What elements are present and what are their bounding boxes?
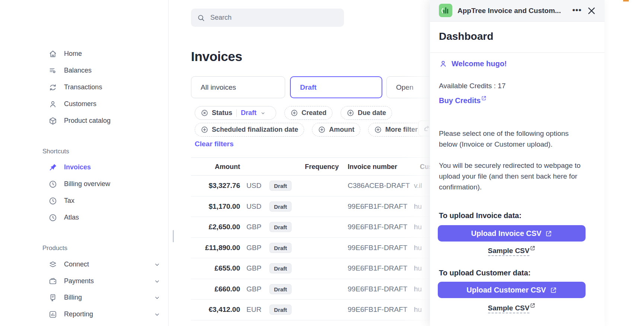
circle-plus-icon [318, 126, 326, 134]
table-header: Amount Frequency Invoice number Customer [191, 157, 452, 176]
external-link-icon [550, 287, 557, 294]
page-title: Invoices [191, 49, 242, 64]
sidebar-item-home[interactable]: Home [42, 45, 162, 62]
sidebar-item-reporting[interactable]: Reporting [42, 306, 162, 323]
invoice-number-cell: 99E6FB1F-DRAFT [348, 202, 407, 211]
clock-icon [48, 196, 57, 205]
available-credits: Available Credits : 17 [439, 82, 506, 90]
sidebar-item-billing-overview[interactable]: Billing overview [42, 176, 162, 192]
status-cell: Draft [270, 305, 291, 315]
clock-icon [48, 180, 57, 189]
tab-all-invoices[interactable]: All invoices [191, 76, 285, 98]
column-header-invoice-number: Invoice number [348, 163, 397, 170]
invoice-number-cell: C386ACEB-DRAFT [348, 182, 410, 190]
column-header-frequency: Frequency [303, 163, 339, 170]
search-icon [197, 14, 205, 22]
panel-notification-sliver [623, 0, 629, 1]
amount-cell: €3,412.00 [191, 306, 240, 314]
close-icon[interactable] [586, 6, 597, 16]
scrollbar-thumb[interactable] [173, 230, 174, 242]
sidebar-section-products: Products [42, 244, 67, 252]
sample-invoice-csv-wrap: Sample CSV [438, 245, 586, 256]
panel-instructions-2: You will be securely redirected to webpa… [439, 160, 588, 192]
user-icon [439, 60, 447, 68]
home-icon [48, 49, 57, 58]
chevron-down-icon [153, 261, 161, 268]
upload-invoice-csv-button[interactable]: Upload Invoice CSV [438, 225, 586, 242]
invoice-row[interactable]: £660.00 GBP Draft 99E6FB1F-DRAFT hu [191, 279, 452, 300]
invoice-row[interactable]: £655.00 GBP Draft 99E6FB1F-DRAFT hu [191, 258, 452, 279]
search-bar[interactable] [191, 9, 344, 27]
circle-plus-icon [374, 126, 382, 134]
upload-customer-csv-button[interactable]: Upload Customer CSV [438, 282, 586, 298]
sidebar-item-invoices[interactable]: Invoices [42, 159, 162, 176]
payments-icon [48, 277, 57, 286]
circle-plus-icon [347, 109, 354, 117]
sidebar-item-transactions[interactable]: Transactions [42, 79, 162, 96]
sidebar-item-payments[interactable]: Payments [42, 273, 162, 290]
search-input[interactable] [210, 13, 334, 22]
sidebar-item-product-catalog[interactable]: Product catalog [42, 112, 162, 129]
external-link-icon [481, 95, 487, 101]
tab-draft[interactable]: Draft [290, 76, 382, 98]
circle-x-icon [201, 109, 208, 117]
customer-section-heading: To upload Customer data: [439, 269, 530, 277]
invoice-number-cell: 99E6FB1F-DRAFT [348, 306, 407, 314]
invoice-row[interactable]: $1,170.00 USD Draft 99E6FB1F-DRAFT hu [191, 196, 452, 217]
invoice-row[interactable]: $3,327.76 USD Draft C386ACEB-DRAFT v.il [191, 176, 452, 196]
customer-cell: hu [414, 285, 422, 293]
circle-plus-icon [290, 109, 298, 117]
filter-status-pill[interactable]: Status Draft [195, 106, 276, 120]
buy-credits-link[interactable]: Buy Credits [439, 95, 487, 105]
currency-cell: GBP [246, 244, 261, 252]
table-body: $3,327.76 USD Draft C386ACEB-DRAFT v.il … [191, 176, 452, 320]
invoice-row[interactable]: £11,890.00 GBP Draft 99E6FB1F-DRAFT hu [191, 238, 452, 259]
currency-cell: EUR [246, 306, 261, 314]
add-filter-created[interactable]: Created [284, 106, 332, 120]
invoice-row[interactable]: £2,650.00 GBP Draft 99E6FB1F-DRAFT hu [191, 217, 452, 238]
sidebar-item-customers[interactable]: Customers [42, 96, 162, 112]
status-badge: Draft [270, 181, 291, 191]
pill-divider [236, 109, 237, 117]
sidebar-item-billing[interactable]: Billing [42, 289, 162, 306]
amount-cell: £11,890.00 [191, 244, 240, 252]
connect-icon [48, 260, 57, 269]
invoice-section-heading: To upload Invoice data: [439, 211, 522, 220]
currency-cell: GBP [246, 223, 261, 231]
sidebar-item-balances[interactable]: Balances [42, 62, 162, 79]
sample-customer-csv-link[interactable]: Sample CSV [488, 304, 530, 313]
sample-invoice-csv-link[interactable]: Sample CSV [488, 247, 530, 256]
clear-filters-link[interactable]: Clear filters [195, 140, 234, 148]
sidebar-item-tax[interactable]: Tax [42, 192, 162, 209]
add-filter-scheduled-finalization-date[interactable]: Scheduled finalization date [195, 123, 304, 137]
customer-cell: hu [414, 244, 422, 252]
clock-icon [48, 213, 57, 222]
export-icon [423, 125, 430, 132]
add-filter-due-date[interactable]: Due date [341, 106, 392, 120]
chevron-down-icon [153, 278, 161, 285]
customer-cell: hu [414, 202, 422, 211]
circle-plus-icon [201, 126, 208, 134]
invoice-row[interactable]: €3,412.00 EUR Draft 99E6FB1F-DRAFT hu [191, 300, 452, 320]
panel-menu-button[interactable]: ••• [571, 5, 583, 16]
welcome-link[interactable]: Welcome hugo! [439, 60, 507, 68]
chevron-down-icon [153, 311, 161, 318]
status-cell: Draft [270, 284, 291, 294]
currency-cell: USD [246, 182, 261, 190]
sidebar-item-atlas[interactable]: Atlas [42, 209, 162, 226]
balances-icon [48, 66, 57, 75]
currency-cell: GBP [246, 264, 261, 272]
status-badge: Draft [270, 263, 291, 274]
customer-cell: hu [414, 223, 422, 231]
invoice-number-cell: 99E6FB1F-DRAFT [348, 223, 407, 231]
external-link-icon [530, 303, 535, 308]
reporting-icon [48, 310, 57, 319]
add-filter-amount[interactable]: Amount [312, 123, 360, 137]
amount-cell: £660.00 [191, 285, 240, 293]
status-cell: Draft [270, 263, 291, 274]
external-link-icon [530, 245, 535, 251]
sidebar-section-shortcuts: Shortcuts [42, 148, 69, 155]
external-link-icon [545, 230, 552, 237]
invoice-number-cell: 99E6FB1F-DRAFT [348, 244, 407, 252]
sidebar-item-connect[interactable]: Connect [42, 256, 162, 273]
